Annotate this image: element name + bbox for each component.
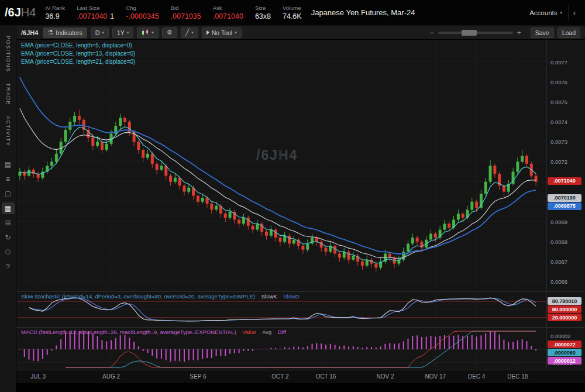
quote-field-last-size: Last Size.00710401 — [77, 5, 114, 20]
gear-icon: ⚙ — [167, 29, 173, 36]
quote-field-value: 36.9 — [45, 12, 65, 20]
cursor-icon — [207, 30, 209, 35]
quote-field-value: .0071040 — [213, 12, 243, 20]
help-icon[interactable]: ? — [2, 261, 15, 273]
quote-field-label: Volume — [283, 5, 302, 11]
symbol-contract: H4 — [21, 6, 36, 19]
chevron-down-icon: ▾ — [127, 30, 129, 35]
drawing-tools-icon: ╱ — [185, 29, 190, 36]
sidebar-tab-trade[interactable]: TRADE — [5, 78, 11, 111]
chart-canvas[interactable] — [16, 40, 546, 369]
chart-symbol-label: /6JH4 — [21, 29, 38, 36]
range-dropdown[interactable]: 1Y ▾ — [112, 27, 133, 38]
chevron-down-icon: ▾ — [235, 30, 237, 35]
chart-toolbar: /6JH4 ⚗ Indicators D ▾ 1Y ▾ ▾ ⚙ ╱ ▾ No — [16, 26, 585, 40]
notes-icon[interactable]: ▢ — [2, 188, 15, 200]
quote-field-ask: Ask.0071040 — [213, 5, 243, 20]
chevron-down-icon: ▾ — [560, 11, 562, 15]
bottom-strip — [0, 383, 585, 392]
chart-settings-button[interactable]: ⚙ — [162, 27, 177, 38]
left-sidebar: POSITIONSTRADEACTIVITY▤≡▢▦⊞↻⚇? — [0, 26, 16, 392]
quote-field-chg: Chg-.0000345 — [126, 5, 159, 20]
quote-field-bid: Bid.0071035 — [171, 5, 201, 20]
sidebar-tab-positions[interactable]: POSITIONS — [5, 30, 11, 78]
indicators-button[interactable]: ⚗ Indicators — [43, 27, 87, 38]
price-axis[interactable] — [547, 40, 585, 370]
chevron-down-icon: ▾ — [191, 30, 194, 35]
apps-icon[interactable]: ⊞ — [2, 217, 15, 229]
quote-field-value: .00710401 — [77, 12, 114, 20]
accounts-label: Accounts — [529, 9, 557, 16]
quote-field-label: Size — [255, 5, 271, 11]
chevron-down-icon: ▾ — [152, 30, 154, 35]
quote-field-value: 74.6K — [283, 12, 302, 20]
instrument-title: Japanese Yen Futures, Mar-24 — [311, 8, 415, 17]
quote-field-label: IV Rank — [45, 5, 65, 11]
zoom-slider-handle[interactable] — [462, 30, 477, 36]
quote-field-iv-rank: IV Rank36.9 — [45, 5, 65, 20]
symbol-label: /6JH4 — [5, 6, 36, 19]
zoom-slider-track[interactable] — [438, 32, 513, 34]
header-right: Accounts ▾ ‹ — [529, 5, 580, 21]
quote-field-label: Last Size — [77, 5, 114, 11]
active-tool-dropdown[interactable]: No Tool ▾ — [202, 27, 242, 38]
sidebar-tab-activity[interactable]: ACTIVITY — [5, 111, 11, 152]
app-window: /6JH4 IV Rank36.9Last Size.00710401Chg-.… — [0, 0, 585, 392]
range-value: 1Y — [117, 29, 125, 36]
quote-field-label: Chg — [126, 5, 159, 11]
chart-gadget-icon[interactable]: ▦ — [2, 202, 15, 214]
save-button[interactable]: Save — [531, 27, 554, 38]
quote-field-value: 63x8 — [255, 12, 271, 20]
quote-field-extra: 1 — [110, 12, 114, 20]
quote-strip: IV Rank36.9Last Size.00710401Chg-.000034… — [45, 5, 301, 20]
users-icon[interactable]: ⚇ — [2, 246, 15, 258]
load-button[interactable]: Load — [558, 27, 580, 38]
quote-field-label: Bid — [171, 5, 201, 11]
drawing-tools-button[interactable]: ╱ ▾ — [181, 27, 198, 38]
zoom-out-button[interactable]: − — [430, 29, 434, 37]
quote-field-volume: Volume74.6K — [283, 5, 302, 20]
active-tool-value: No Tool — [212, 29, 232, 36]
menu-icon[interactable]: ≡ — [2, 173, 15, 185]
collapse-panel-button[interactable]: ‹ — [568, 5, 580, 21]
aggregation-dropdown[interactable]: D ▾ — [91, 27, 109, 38]
chevron-down-icon: ▾ — [102, 30, 104, 35]
quote-header: /6JH4 IV Rank36.9Last Size.00710401Chg-.… — [0, 0, 585, 26]
watchlist-icon[interactable]: ▤ — [2, 159, 15, 170]
indicators-label: Indicators — [56, 29, 82, 36]
zoom-in-button[interactable]: + — [517, 29, 521, 37]
zoom-control: − + — [430, 29, 521, 37]
sidebar-gadget-icons: ▤≡▢▦⊞↻⚇? — [2, 159, 15, 273]
accounts-dropdown[interactable]: Accounts ▾ — [529, 9, 562, 16]
candlestick-chart-icon — [142, 29, 149, 36]
history-icon[interactable]: ↻ — [2, 232, 15, 243]
quote-field-value: .0071035 — [171, 12, 201, 20]
quote-field-value: -.0000345 — [126, 12, 159, 20]
quote-field-size: Size63x8 — [255, 5, 271, 20]
time-axis[interactable] — [16, 370, 546, 383]
chart-type-button[interactable]: ▾ — [137, 27, 159, 38]
symbol-root: /6J — [5, 6, 21, 19]
flask-icon: ⚗ — [47, 29, 53, 36]
quote-field-label: Ask — [213, 5, 243, 11]
aggregation-value: D — [95, 29, 100, 36]
